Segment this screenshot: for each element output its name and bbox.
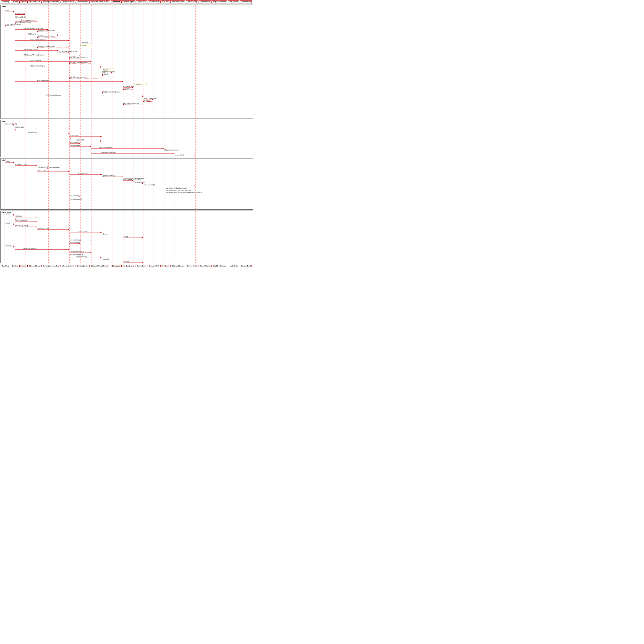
start-svg: .start() getServer().start globalNamingR… bbox=[1, 158, 253, 210]
svg-text:destroy(): destroy() bbox=[5, 245, 12, 247]
comp-standardthreadexecutor-bottom[interactable]: StandardThreadExecutor bbox=[90, 265, 110, 267]
load-svg: load() createDigester 解析xml到对象 初建Standar… bbox=[1, 5, 253, 119]
svg-text:startInternal loadOnStartup 启动: startInternal loadOnStartup 启动load on st… bbox=[166, 192, 202, 194]
svg-text:初建ContextConfig: 初建ContextConfig bbox=[144, 97, 157, 99]
svg-text:engine.destroy(): engine.destroy() bbox=[76, 256, 87, 258]
comp-standardcontext-bottom[interactable]: StandardContext bbox=[171, 265, 186, 267]
comp-namingreourcesimpl-bottom[interactable]: NamingResourcesImpl bbox=[42, 265, 60, 267]
svg-text:engine.start(): engine.start() bbox=[78, 173, 87, 174]
comp-standardthreadexecutor-top[interactable]: StandardThreadExecutor bbox=[90, 0, 110, 3]
svg-text:绑应用到StandardService: 绑应用到StandardService bbox=[69, 62, 88, 63]
section-init: init bbox=[0, 120, 253, 157]
svg-text:初建StandardServer: 初建StandardServer bbox=[21, 19, 36, 21]
comp-catalina-bottom[interactable]: Catalina bbox=[11, 265, 19, 267]
comp-connector-bottom[interactable]: Connector bbox=[111, 265, 121, 267]
section-start-label: start bbox=[2, 159, 6, 161]
svg-text:初建StandardSiervice: 初建StandardSiervice bbox=[30, 39, 46, 40]
section-awaitstop-label: awaitStop bbox=[2, 211, 11, 213]
svg-text:初建StandardHost: 初建StandardHost bbox=[37, 80, 50, 81]
comp-standardhost-top[interactable]: StandardHost bbox=[148, 0, 160, 3]
svg-text:getServer().init(): getServer().init() bbox=[5, 123, 17, 125]
svg-text:绑应用到StandardHost: 绑应用到StandardHost bbox=[123, 103, 139, 105]
diagram-area: load bbox=[0, 5, 253, 263]
svg-text:绑应用到StandardService: 绑应用到StandardService bbox=[69, 76, 88, 78]
svg-text:engine.init(): engine.init() bbox=[76, 139, 84, 141]
comp-hosendpoint-bottom[interactable]: HosEndpoint bbox=[228, 265, 239, 267]
svg-text:添加监听: 添加监听 bbox=[123, 88, 130, 89]
comp-hosendpoint-top[interactable]: HosEndpoint bbox=[228, 0, 239, 3]
svg-text:getServer().stop(): getServer().stop() bbox=[15, 225, 28, 227]
svg-text:绑应用到StandardServer: 绑应用到StandardServer bbox=[38, 30, 55, 31]
svg-text:初建listener: 初建listener bbox=[28, 33, 37, 35]
init-svg: getServer().init() initInternal() servic… bbox=[1, 120, 253, 157]
section-init-label: init bbox=[2, 120, 5, 122]
section-load: load bbox=[0, 5, 253, 119]
comp-standardservice-top[interactable]: StandardService bbox=[76, 0, 90, 3]
comp-digester-bottom[interactable]: Digester bbox=[19, 265, 28, 267]
svg-text:初建StandardContext: 初建StandardContext bbox=[46, 94, 61, 96]
svg-text:executor.start(): executor.start() bbox=[70, 195, 80, 197]
svg-text:初建Service()ThreadExecutor: 初建Service()ThreadExecutor bbox=[24, 54, 45, 56]
svg-text:.await(): .await() bbox=[5, 213, 10, 215]
svg-text:添加监听: 添加监听 bbox=[144, 100, 150, 101]
svg-text:初建StandardEngine: 初建StandardEngine bbox=[30, 65, 45, 67]
svg-text:globalNamingResources.start(): globalNamingResources.start() bbox=[38, 166, 60, 168]
svg-text:解析xml到对象: 解析xml到对象 bbox=[15, 16, 26, 18]
top-component-bar: BootStrap Catalina Digester StandardServ… bbox=[0, 0, 253, 4]
svg-text:初建protocolHandler: 初建protocolHandler bbox=[164, 149, 179, 151]
svg-text:属性赋值: 属性赋值 bbox=[103, 69, 108, 71]
svg-text:stop(): stop() bbox=[124, 236, 128, 238]
svg-text:开始valve(start()): 开始valve(start()) bbox=[133, 181, 145, 183]
bottom-component-bar: BootStrap Catalina Digester StandardServ… bbox=[0, 264, 253, 268]
comp-http11nioprotocol-top[interactable]: Http11NioProtocol bbox=[212, 0, 227, 3]
comp-engineconfig-top[interactable]: EngineConfig bbox=[136, 0, 147, 3]
comp-standardhost-bottom[interactable]: StandardHost bbox=[148, 265, 160, 267]
svg-text:getServer().start: getServer().start bbox=[15, 163, 27, 165]
comp-standardengine-top[interactable]: StandardEngine bbox=[121, 0, 135, 3]
comp-contextconfig-top[interactable]: ContextConfig bbox=[186, 0, 198, 3]
comp-connector-top[interactable]: Connector bbox=[111, 0, 121, 3]
svg-text:endpoint.init(): endpoint.init() bbox=[175, 154, 184, 156]
comp-bootstrap-top[interactable]: BootStrap bbox=[1, 0, 10, 3]
svg-text:属性赋值: 属性赋值 bbox=[135, 84, 141, 85]
svg-text:获取类似: 获取类似 bbox=[81, 42, 88, 43]
svg-text:初建Connector: 初建Connector bbox=[30, 60, 41, 61]
comp-standardservice-bottom[interactable]: StandardService bbox=[76, 265, 90, 267]
svg-text:protocolHandler.init(): protocolHandler.init() bbox=[101, 152, 115, 154]
comp-hostconfig-bottom[interactable]: HostConfig bbox=[160, 265, 171, 267]
comp-contextconfig-bottom[interactable]: ContextConfig bbox=[186, 265, 198, 267]
comp-standardserver-top[interactable]: StandardServer bbox=[28, 0, 42, 3]
svg-text:绑应用到StandardService: 绑应用到StandardService bbox=[69, 56, 88, 58]
svg-text:绑应用到StandardEngine: 绑应用到StandardEngine bbox=[102, 91, 120, 93]
comp-engineconfig-bottom[interactable]: EngineConfig bbox=[136, 265, 147, 267]
svg-text:connector.init(): connector.init() bbox=[70, 144, 80, 146]
svg-text:new and start(): new and start() bbox=[144, 184, 155, 186]
comp-standardengine-bottom[interactable]: StandardEngine bbox=[121, 265, 135, 267]
svg-text:destroy(): destroy() bbox=[102, 258, 109, 260]
svg-text:.start(): .start() bbox=[5, 161, 10, 163]
svg-text:connector.stop(): connector.stop() bbox=[70, 239, 81, 241]
comp-catalina-top[interactable]: Catalina bbox=[11, 0, 19, 3]
svg-text:engine.stop(): engine.stop() bbox=[78, 230, 87, 232]
section-load-label: load bbox=[2, 5, 6, 7]
svg-text:services.start(): services.start() bbox=[38, 169, 48, 171]
svg-text:初建StandardHost(start()): 初建StandardHost(start()) bbox=[123, 178, 141, 180]
comp-standardserver-bottom[interactable]: StandardServer bbox=[28, 265, 42, 267]
svg-text:初建Service()listener: 初建Service()listener bbox=[24, 49, 38, 50]
svg-text:connector.destroy(): connector.destroy() bbox=[70, 250, 84, 252]
svg-text:initInternal(): initInternal() bbox=[15, 126, 24, 128]
comp-standardcontext-top[interactable]: StandardContext bbox=[171, 0, 186, 3]
svg-text:初建NamingResourcesImpl: 初建NamingResourcesImpl bbox=[24, 28, 43, 29]
comp-lifecyclelistener-top[interactable]: LifecycleListener bbox=[61, 0, 75, 3]
comp-digester-top[interactable]: Digester bbox=[19, 0, 28, 3]
comp-standardroot-bottom[interactable]: StandardRoot bbox=[240, 265, 252, 267]
svg-text:services[].destroy(): services[].destroy() bbox=[24, 248, 37, 249]
comp-standardroot-top[interactable]: StandardRoot bbox=[240, 0, 252, 3]
comp-hostconfig-top[interactable]: HostConfig bbox=[160, 0, 171, 3]
comp-bootstrap-bottom[interactable]: BootStrap bbox=[1, 265, 10, 267]
comp-lifecyclelistener-bottom[interactable]: LifecycleListener bbox=[61, 265, 75, 267]
comp-http11nioprotocol-bottom[interactable]: Http11NioProtocol bbox=[212, 265, 227, 267]
comp-coyoteadapter-bottom[interactable]: CoyoteAdapter bbox=[199, 265, 212, 267]
comp-coyoteadapter-top[interactable]: CoyoteAdapter bbox=[199, 0, 212, 3]
comp-namingreourcesimpl-top[interactable]: NamingResourcesImpl bbox=[42, 0, 60, 3]
